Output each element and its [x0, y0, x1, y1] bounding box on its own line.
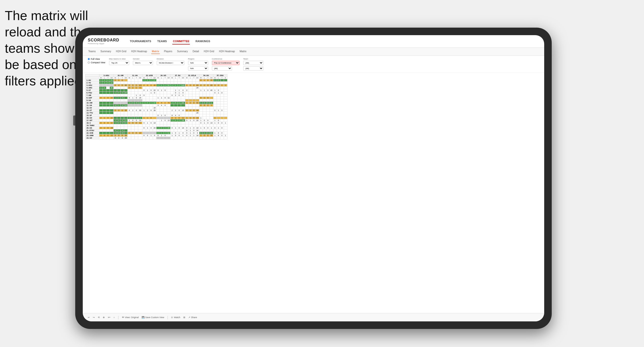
gender-select[interactable]: Men's Women's	[133, 61, 153, 65]
cell	[99, 137, 103, 139]
cell	[199, 107, 203, 109]
sub-tab-detail[interactable]: Detail	[192, 49, 200, 54]
cell: 0	[153, 134, 156, 137]
sub-tab-players[interactable]: Players	[164, 49, 173, 54]
cell: 0	[192, 109, 196, 112]
cell	[153, 82, 156, 84]
cell: 3	[203, 104, 206, 107]
nav-committee[interactable]: COMMITTEE	[172, 38, 190, 44]
cell	[174, 99, 177, 102]
cell	[189, 122, 192, 124]
team-select2[interactable]: (All)	[243, 66, 263, 71]
cell	[174, 124, 177, 127]
cell	[174, 104, 177, 107]
cell	[117, 89, 121, 92]
cell	[160, 129, 163, 132]
cell: 0	[121, 84, 124, 87]
cell: 0	[117, 122, 121, 124]
toolbar-icon2[interactable]: ⊕	[103, 316, 105, 319]
cell	[203, 114, 206, 117]
row-label-u: 18. U	[86, 122, 99, 124]
cell	[160, 117, 163, 119]
sub-tab-matrix2[interactable]: Matrix	[239, 49, 247, 54]
cell	[163, 107, 167, 109]
toolbar-icon5[interactable]: ⊞	[183, 316, 185, 319]
sub-tab-h2hgrid2[interactable]: H2H Grid	[203, 49, 215, 54]
cell	[103, 112, 106, 114]
cell: 1	[213, 132, 217, 134]
watch-button[interactable]: ⊙ Watch	[171, 316, 180, 319]
cell: 20	[196, 119, 199, 122]
cell: 12	[110, 82, 114, 84]
cell	[106, 89, 110, 92]
share-button[interactable]: ↗ Share	[188, 316, 197, 319]
row-label-um: 7. UM	[86, 94, 99, 97]
team-select[interactable]: (All)	[243, 61, 263, 65]
sub-tab-h2hheatmap2[interactable]: H2H Heatmap	[218, 49, 235, 54]
sub-tab-matrix[interactable]: Matrix	[151, 49, 159, 54]
cell	[135, 79, 138, 82]
conference-select[interactable]: Pac-12 Conference	[212, 61, 239, 65]
compact-view-radio[interactable]: Compact View	[88, 61, 105, 64]
cell: 8	[170, 114, 174, 117]
cell: 1	[99, 87, 103, 89]
cell	[185, 124, 189, 127]
cell: 0	[142, 134, 146, 137]
sub-tab-h2hgrid[interactable]: H2H Grid	[115, 49, 127, 54]
cell	[124, 99, 128, 102]
toolbar-icon4[interactable]: ○	[114, 316, 115, 319]
view-original-button[interactable]: 👁 View: Original	[122, 316, 139, 319]
cell	[206, 117, 210, 119]
cell	[196, 79, 199, 82]
cell: 13	[196, 127, 199, 129]
cell: 1	[181, 94, 185, 97]
cell: 0	[149, 79, 153, 82]
matrix-scroll-area[interactable]: 3. ASU 10. UW 11. UA 22. UCB 24. UO	[83, 73, 544, 141]
redo-button[interactable]: ↪	[93, 316, 95, 319]
cell: 0	[106, 117, 110, 119]
cell: 0	[177, 134, 181, 137]
sub-tab-h2hheatmap[interactable]: H2H Heatmap	[131, 49, 147, 54]
region-select2[interactable]: N/A	[188, 66, 208, 71]
nav-tournaments[interactable]: TOURNAMENTS	[129, 38, 152, 44]
cell	[203, 107, 206, 109]
save-custom-button[interactable]: 💾 Save Custom View	[142, 316, 164, 319]
sub-col-l3: L	[131, 77, 135, 79]
cell: 2	[99, 117, 103, 119]
region-select[interactable]: N/A	[188, 61, 208, 65]
conference-select2[interactable]: (All)	[212, 66, 232, 71]
table-row: 6. FSU 14035 10 010 010	[86, 92, 227, 94]
cell	[203, 124, 206, 127]
max-teams-select[interactable]: Top 25 Top 50	[109, 61, 129, 65]
cell	[121, 114, 124, 117]
cell	[103, 102, 106, 104]
sub-tab-summary[interactable]: Summary	[100, 49, 112, 54]
cell: 1	[103, 127, 106, 129]
cell: 35	[210, 134, 213, 137]
cell: 40	[210, 89, 213, 92]
cell	[153, 114, 156, 117]
sub-tab-teams[interactable]: Teams	[88, 49, 96, 54]
col-header-su: 27. SU	[170, 74, 185, 77]
toolbar-icon3[interactable]: ≡+	[108, 316, 111, 319]
cell	[192, 79, 196, 82]
cell	[189, 112, 192, 114]
cell	[210, 119, 213, 122]
cell: 2	[142, 84, 146, 87]
sub-tab-summary2[interactable]: Summary	[177, 49, 188, 54]
toolbar-icon1[interactable]: ⟲	[98, 316, 100, 319]
watch-label: Watch	[174, 316, 180, 319]
cell: 2	[206, 104, 210, 107]
cell	[203, 99, 206, 102]
division-select[interactable]: NCAA Division I	[157, 61, 184, 65]
undo-button[interactable]: ↩	[88, 316, 90, 319]
cell	[110, 114, 114, 117]
full-view-radio[interactable]: Full View	[88, 58, 105, 60]
cell	[156, 112, 160, 114]
cell	[181, 87, 185, 89]
cell: 0	[185, 119, 189, 122]
cell	[217, 137, 220, 139]
nav-rankings[interactable]: RANKINGS	[195, 38, 211, 44]
nav-teams[interactable]: TEAMS	[157, 38, 168, 44]
cell: 0	[160, 127, 163, 129]
